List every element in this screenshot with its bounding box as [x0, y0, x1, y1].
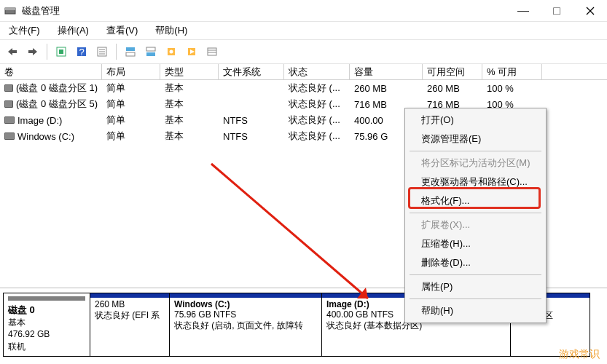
cell-layout: 简单 — [102, 114, 160, 127]
col-capacity[interactable]: 容量 — [350, 64, 423, 79]
col-free[interactable]: 可用空间 — [423, 64, 482, 79]
window-title: 磁盘管理 — [22, 4, 506, 17]
volume-icon — [4, 132, 15, 140]
svg-point-19 — [170, 50, 173, 54]
cell-status: 状态良好 (... — [284, 130, 350, 143]
cell-type: 基本 — [160, 98, 219, 111]
svg-rect-22 — [208, 48, 216, 55]
properties-icon[interactable] — [94, 44, 110, 60]
table-header: 卷 布局 类型 文件系统 状态 容量 可用空间 % 可用 — [0, 64, 607, 80]
cell-volume: Image (D:) — [17, 115, 62, 126]
cell-cap: 260 MB — [350, 83, 423, 94]
volume-icon — [4, 116, 15, 124]
cell-volume: Windows (C:) — [17, 131, 74, 142]
cell-layout: 简单 — [102, 130, 160, 143]
disk-size: 476.92 GB — [8, 328, 85, 341]
ctx-mark-active: 将分区标记为活动分区(M) — [407, 154, 544, 173]
col-status[interactable]: 状态 — [284, 64, 350, 79]
settings-icon[interactable] — [163, 44, 179, 60]
svg-marker-5 — [28, 48, 37, 55]
cell-layout: 简单 — [102, 82, 160, 95]
app-icon — [4, 4, 17, 17]
ctx-delete[interactable]: 删除卷(D)... — [407, 253, 544, 272]
cell-status: 状态良好 (... — [284, 82, 350, 95]
ctx-shrink[interactable]: 压缩卷(H)... — [407, 234, 544, 253]
volume-name: Windows (C:) — [174, 299, 317, 309]
cell-layout: 简单 — [102, 98, 160, 111]
menu-file[interactable]: 文件(F) — [3, 23, 46, 39]
forward-icon[interactable] — [25, 44, 41, 60]
titlebar: 磁盘管理 — □ — [0, 0, 607, 22]
table-row[interactable]: (磁盘 0 磁盘分区 1) 简单 基本 状态良好 (... 260 MB 260… — [0, 80, 607, 96]
help-icon[interactable]: ? — [74, 44, 90, 60]
view-bottom-icon[interactable] — [143, 44, 159, 60]
svg-rect-7 — [59, 50, 63, 54]
disk-label: 磁盘 0 — [8, 304, 85, 317]
cell-type: 基本 — [160, 130, 219, 143]
toolbar: ? — [0, 39, 607, 64]
cell-fs: NTFS — [219, 131, 284, 142]
context-menu: 打开(O) 资源管理器(E) 将分区标记为活动分区(M) 更改驱动器号和路径(C… — [404, 108, 547, 323]
volume-status: 状态良好 (EFI 系 — [95, 309, 165, 322]
cell-fs: NTFS — [219, 115, 284, 126]
menu-help[interactable]: 帮助(H) — [149, 23, 193, 39]
view-top-icon[interactable] — [122, 44, 138, 60]
svg-text:?: ? — [79, 47, 84, 58]
ctx-properties[interactable]: 属性(P) — [407, 277, 544, 296]
cell-pct: 100 % — [482, 83, 542, 94]
volume-status: 状态良好 (启动, 页面文件, 故障转 — [174, 320, 317, 332]
svg-rect-16 — [146, 47, 155, 51]
action-icon[interactable] — [184, 44, 200, 60]
ctx-extend: 扩展卷(X)... — [407, 215, 544, 234]
col-volume[interactable]: 卷 — [0, 64, 102, 79]
svg-marker-4 — [8, 48, 17, 55]
cell-volume: (磁盘 0 磁盘分区 1) — [16, 82, 98, 95]
minimize-button[interactable]: — — [506, 0, 540, 22]
cell-free: 260 MB — [423, 83, 482, 94]
cell-type: 基本 — [160, 114, 219, 127]
volume-icon — [4, 84, 13, 92]
menu-view[interactable]: 查看(V) — [101, 23, 144, 39]
maximize-button[interactable]: □ — [540, 0, 573, 22]
col-layout[interactable]: 布局 — [102, 64, 160, 79]
svg-rect-15 — [126, 52, 135, 56]
menubar: 文件(F) 操作(A) 查看(V) 帮助(H) — [0, 22, 607, 39]
ctx-open[interactable]: 打开(O) — [407, 111, 544, 130]
cell-status: 状态良好 (... — [284, 114, 350, 127]
back-icon[interactable] — [4, 44, 20, 60]
volume-icon — [4, 100, 13, 108]
volume-block[interactable]: Windows (C:) 75.96 GB NTFS 状态良好 (启动, 页面文… — [169, 293, 322, 357]
ctx-help[interactable]: 帮助(H) — [407, 301, 544, 320]
disk-type: 基本 — [8, 317, 85, 329]
svg-rect-17 — [146, 52, 155, 56]
cell-status: 状态良好 (... — [284, 98, 350, 111]
list-icon[interactable] — [204, 44, 220, 60]
close-button[interactable] — [573, 0, 607, 22]
cell-type: 基本 — [160, 82, 219, 95]
cell-volume: (磁盘 0 磁盘分区 5) — [16, 98, 98, 111]
refresh-icon[interactable] — [53, 44, 69, 60]
svg-rect-1 — [5, 8, 15, 10]
volume-size: 75.96 GB NTFS — [174, 309, 317, 320]
volume-block[interactable]: 260 MB 状态良好 (EFI 系 — [90, 293, 170, 357]
ctx-format[interactable]: 格式化(F)... — [407, 191, 544, 210]
menu-action[interactable]: 操作(A) — [52, 23, 95, 39]
volume-size: 260 MB — [95, 299, 165, 309]
col-type[interactable]: 类型 — [160, 64, 219, 79]
col-pct[interactable]: % 可用 — [482, 64, 542, 79]
svg-line-25 — [211, 164, 368, 298]
ctx-change-drive[interactable]: 更改驱动器号和路径(C)... — [407, 173, 544, 191]
ctx-explorer[interactable]: 资源管理器(E) — [407, 130, 544, 149]
svg-rect-14 — [126, 47, 135, 51]
watermark: 游戏常识 — [559, 348, 600, 361]
col-fs[interactable]: 文件系统 — [219, 64, 284, 79]
disk-status: 联机 — [8, 341, 85, 353]
disk-info[interactable]: 磁盘 0 基本 476.92 GB 联机 — [3, 293, 90, 357]
